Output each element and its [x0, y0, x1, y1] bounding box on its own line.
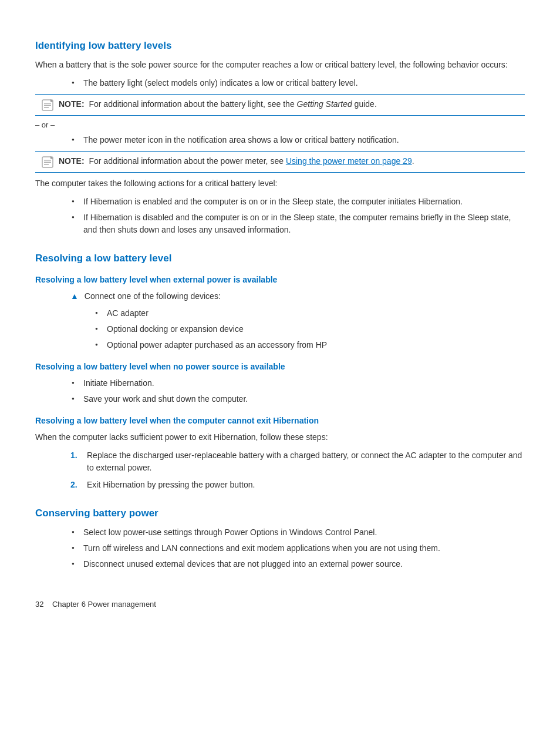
subsection-title-no-power: Resolving a low battery level when no po… [35, 362, 525, 371]
subsection-title-cannot-exit: Resolving a low battery level when the c… [35, 416, 525, 425]
note-1-content: NOTE: For additional information about t… [59, 98, 377, 110]
critical-bullet-2: If Hibernation is disabled and the compu… [70, 211, 525, 236]
note-box-1: NOTE: For additional information about t… [35, 94, 525, 116]
step-1: Replace the discharged user-replaceable … [70, 449, 525, 474]
no-power-bullet-2: Save your work and shut down the compute… [70, 393, 525, 405]
note-1-label: NOTE: [59, 99, 85, 109]
subsection-title-external-power: Resolving a low battery level when exter… [35, 275, 525, 284]
svg-rect-7 [44, 164, 49, 165]
external-bullet-2: Optional docking or expansion device [94, 323, 525, 335]
note-1-text: For additional information about the bat… [89, 99, 376, 109]
svg-rect-5 [44, 160, 51, 161]
section-title-identifying: Identifying low battery levels [35, 40, 525, 52]
no-power-bullet-1: Initiate Hibernation. [70, 377, 525, 389]
svg-rect-3 [44, 107, 49, 108]
warning-item: ▲ Connect one of the following devices: [70, 290, 525, 303]
note-2-text: For additional information about the pow… [89, 156, 414, 166]
svg-rect-1 [44, 103, 51, 104]
section-title-conserving: Conserving battery power [35, 508, 525, 519]
chapter-label: Chapter 6 Power management [52, 600, 156, 609]
page-footer: 32 Chapter 6 Power management [35, 594, 525, 609]
conserving-bullet-2: Turn off wireless and LAN connections an… [70, 542, 525, 555]
identifying-intro: When a battery that is the sole power so… [35, 59, 525, 71]
critical-intro: The computer takes the following actions… [35, 177, 525, 190]
cannot-exit-intro: When the computer lacks sufficient power… [35, 431, 525, 443]
note-2-label: NOTE: [59, 156, 85, 166]
note-icon-1 [41, 99, 54, 112]
conserving-bullet-list: Select low power-use settings through Po… [70, 526, 525, 570]
warning-text: Connect one of the following devices: [85, 290, 221, 303]
conserving-bullet-1: Select low power-use settings through Po… [70, 526, 525, 539]
page-number: 32 [35, 600, 43, 609]
identifying-bullet-list-2: The power meter icon in the notification… [70, 134, 525, 146]
identifying-bullet-list-1: The battery light (select models only) i… [70, 77, 525, 89]
identifying-bullet-2: The power meter icon in the notification… [70, 134, 525, 146]
note-icon-2 [41, 156, 54, 169]
svg-rect-2 [44, 105, 51, 106]
external-power-bullet-list: AC adapter Optional docking or expansion… [94, 307, 525, 351]
section-title-resolving: Resolving a low battery level [35, 253, 525, 264]
cannot-exit-steps: Replace the discharged user-replaceable … [70, 449, 525, 491]
critical-bullet-1: If Hibernation is enabled and the comput… [70, 196, 525, 208]
svg-rect-6 [44, 162, 51, 163]
warning-triangle-icon: ▲ [70, 291, 79, 301]
or-text: – or – [35, 120, 525, 129]
conserving-bullet-3: Disconnect unused external devices that … [70, 558, 525, 570]
external-bullet-1: AC adapter [94, 307, 525, 320]
step-2: Exit Hibernation by pressing the power b… [70, 479, 525, 491]
note-box-2: NOTE: For additional information about t… [35, 151, 525, 173]
no-power-bullet-list: Initiate Hibernation. Save your work and… [70, 377, 525, 405]
external-bullet-3: Optional power adapter purchased as an a… [94, 339, 525, 351]
critical-bullet-list: If Hibernation is enabled and the comput… [70, 196, 525, 236]
identifying-bullet-1: The battery light (select models only) i… [70, 77, 525, 89]
power-meter-link[interactable]: Using the power meter on page 29 [286, 156, 412, 166]
note-2-content: NOTE: For additional information about t… [59, 155, 414, 167]
